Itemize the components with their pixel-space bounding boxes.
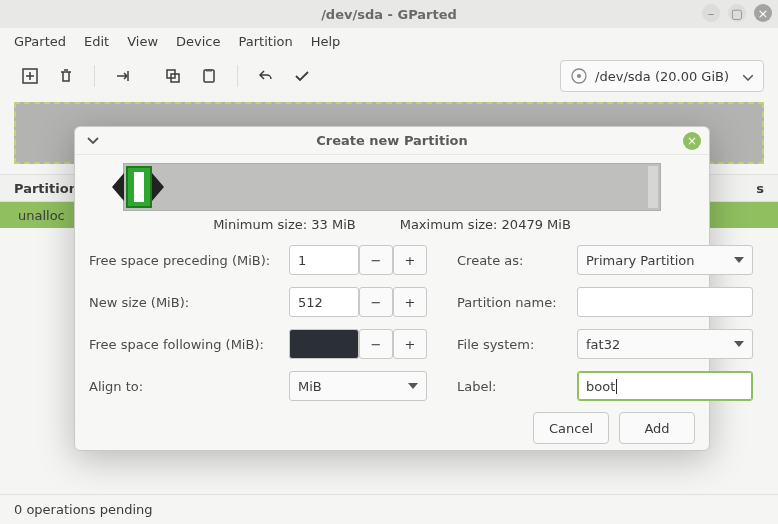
label-input[interactable]: boot	[577, 371, 753, 401]
label-free-preceding: Free space preceding (MiB):	[89, 253, 289, 268]
separator	[237, 65, 238, 87]
free-preceding-plus[interactable]: +	[393, 245, 427, 275]
status-text: 0 operations pending	[14, 502, 153, 517]
create-as-combo[interactable]: Primary Partition	[577, 245, 753, 275]
menu-device[interactable]: Device	[176, 34, 220, 49]
paste-icon	[193, 60, 225, 92]
device-selector[interactable]: /dev/sda (20.00 GiB)	[560, 60, 764, 92]
free-following-plus[interactable]: +	[393, 329, 427, 359]
copy-icon	[157, 60, 189, 92]
expand-icon[interactable]	[85, 133, 101, 149]
col-right: s	[756, 181, 764, 196]
apply-icon	[286, 60, 318, 92]
resize-icon	[107, 60, 139, 92]
separator	[94, 65, 95, 87]
label-free-following: Free space following (MiB):	[89, 337, 289, 352]
new-size-input[interactable]	[289, 287, 359, 317]
free-preceding-minus[interactable]: −	[359, 245, 393, 275]
svg-rect-4	[206, 69, 212, 72]
statusbar: 0 operations pending	[0, 494, 778, 524]
max-size-text: Maximum size: 20479 MiB	[400, 217, 571, 232]
label-create-as: Create as:	[457, 253, 577, 268]
create-partition-dialog: Create new Partition × Minimum size: 33 …	[74, 126, 710, 451]
maximize-button[interactable]: ▢	[728, 4, 746, 22]
menu-partition[interactable]: Partition	[239, 34, 293, 49]
visual-end	[648, 166, 658, 208]
cancel-button[interactable]: Cancel	[533, 412, 609, 444]
close-button[interactable]: ×	[754, 4, 772, 22]
min-size-text: Minimum size: 33 MiB	[213, 217, 356, 232]
label-partition-name: Partition name:	[457, 295, 577, 310]
titlebar: /dev/sda - GParted – ▢ ×	[0, 0, 778, 28]
resize-handle-left[interactable]	[112, 173, 124, 201]
chevron-down-icon	[743, 69, 753, 84]
chevron-down-icon	[408, 383, 418, 389]
resize-handle-right[interactable]	[152, 173, 164, 201]
toolbar: /dev/sda (20.00 GiB)	[0, 54, 778, 98]
device-label: /dev/sda (20.00 GiB)	[595, 69, 729, 84]
new-size-plus[interactable]: +	[393, 287, 427, 317]
menu-gparted[interactable]: GParted	[14, 34, 66, 49]
label-label: Label:	[457, 379, 577, 394]
menu-help[interactable]: Help	[311, 34, 341, 49]
new-size-minus[interactable]: −	[359, 287, 393, 317]
delete-icon	[50, 60, 82, 92]
partition-block[interactable]	[126, 166, 152, 208]
free-following-minus[interactable]: −	[359, 329, 393, 359]
minimize-button[interactable]: –	[702, 4, 720, 22]
label-new-size: New size (MiB):	[89, 295, 289, 310]
window-title: /dev/sda - GParted	[321, 7, 457, 22]
undo-icon	[250, 60, 282, 92]
align-combo[interactable]: MiB	[289, 371, 427, 401]
menu-edit[interactable]: Edit	[84, 34, 109, 49]
filesystem-combo[interactable]: fat32	[577, 329, 753, 359]
free-preceding-input[interactable]	[289, 245, 359, 275]
free-following-input[interactable]	[289, 329, 359, 359]
dialog-close-icon[interactable]: ×	[683, 132, 701, 150]
menu-view[interactable]: View	[127, 34, 158, 49]
text-caret	[616, 379, 617, 394]
disk-icon	[571, 68, 587, 84]
label-align: Align to:	[89, 379, 289, 394]
label-filesystem: File system:	[457, 337, 577, 352]
col-partition: Partition	[14, 181, 78, 196]
chevron-down-icon	[734, 257, 744, 263]
svg-point-6	[577, 74, 581, 78]
partition-name-input[interactable]	[577, 287, 753, 317]
row-label: unalloc	[18, 208, 65, 223]
chevron-down-icon	[734, 341, 744, 347]
menubar: GParted Edit View Device Partition Help	[0, 28, 778, 54]
partition-visual[interactable]	[123, 163, 661, 211]
new-partition-icon[interactable]	[14, 60, 46, 92]
dialog-title: Create new Partition	[316, 133, 468, 148]
add-button[interactable]: Add	[619, 412, 695, 444]
